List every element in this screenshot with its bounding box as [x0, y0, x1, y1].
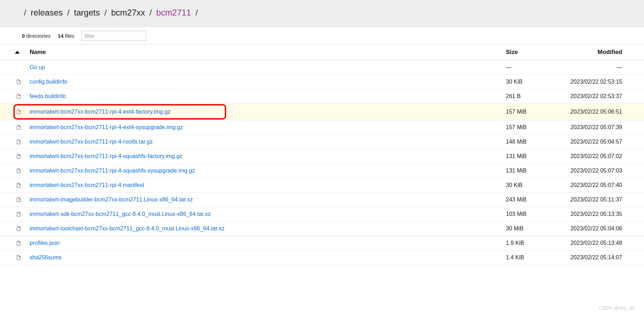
file-link[interactable]: immortalwrt-bcm27xx-bcm2711-rpi-4-rootfs…: [30, 139, 153, 145]
table-row: immortalwrt-toolchain-bcm27xx-bcm2711_gc…: [0, 222, 644, 236]
table-row: feeds.buildinfo261 B2023/02/22 02:53:37: [0, 89, 644, 104]
go-up-link[interactable]: Go up: [30, 64, 45, 70]
file-link[interactable]: profiles.json: [30, 240, 60, 246]
file-link[interactable]: immortalwrt-bcm27xx-bcm2711-rpi-4-ext4-f…: [30, 109, 171, 115]
file-modified: 2023/02/22 02:53:15: [555, 79, 622, 85]
modified-dash: —: [555, 64, 622, 71]
directory-count: 0 directories: [22, 33, 51, 39]
table-row: immortalwrt-bcm27xx-bcm2711-rpi-4-rootfs…: [0, 135, 644, 149]
file-icon: [15, 240, 23, 246]
file-link[interactable]: immortalwrt-imagebuilder-bcm27xx-bcm2711…: [30, 197, 193, 203]
table-row: immortalwrt-sdk-bcm27xx-bcm2711_gcc-8.4.…: [0, 207, 644, 222]
file-size: 243 MiB: [506, 197, 555, 203]
column-header-modified[interactable]: Modified: [555, 49, 622, 56]
file-size: 157 MiB: [506, 109, 555, 115]
file-link[interactable]: immortalwrt-bcm27xx-bcm2711-rpi-4-squash…: [30, 153, 182, 159]
table-row: immortalwrt-bcm27xx-bcm2711-rpi-4-squash…: [0, 164, 644, 178]
breadcrumb: / releases / targets / bcm27xx / bcm2711…: [0, 5, 644, 20]
file-icon: [15, 153, 23, 159]
table-row-go-up: Go up — —: [0, 60, 644, 75]
file-modified: 2023/02/22 05:06:51: [555, 109, 622, 115]
table-row: immortalwrt-bcm27xx-bcm2711-rpi-4-ext4-s…: [0, 120, 644, 135]
file-icon: [15, 211, 23, 217]
file-size: 1.9 KiB: [506, 240, 555, 246]
breadcrumb-sep: /: [24, 8, 26, 17]
table-row: immortalwrt-bcm27xx-bcm2711-rpi-4-squash…: [0, 149, 644, 164]
header-bar: / releases / targets / bcm27xx / bcm2711…: [0, 0, 644, 27]
table-row: config.buildinfo30 KiB2023/02/22 02:53:1…: [0, 75, 644, 89]
file-link[interactable]: immortalwrt-bcm27xx-bcm2711-rpi-4.manife…: [30, 182, 144, 188]
file-modified: 2023/02/22 05:07:40: [555, 182, 622, 188]
column-header-name[interactable]: Name: [30, 49, 506, 56]
file-icon: [15, 93, 23, 99]
breadcrumb-link-targets[interactable]: targets: [74, 8, 100, 17]
file-modified: 2023/02/22 05:13:48: [555, 240, 622, 246]
breadcrumb-sep: /: [196, 8, 198, 17]
table-row: immortalwrt-imagebuilder-bcm27xx-bcm2711…: [0, 193, 644, 207]
file-modified: 2023/02/22 05:04:57: [555, 139, 622, 145]
breadcrumb-sep: /: [67, 8, 70, 17]
file-link[interactable]: immortalwrt-sdk-bcm27xx-bcm2711_gcc-8.4.…: [30, 211, 211, 217]
breadcrumb-link-bcm2711[interactable]: bcm2711: [156, 8, 191, 17]
file-modified: 2023/02/22 05:07:03: [555, 168, 622, 174]
file-link[interactable]: sha256sums: [30, 254, 62, 260]
file-size: 131 MiB: [506, 153, 555, 159]
file-icon: [15, 139, 23, 145]
breadcrumb-link-releases[interactable]: releases: [31, 8, 63, 17]
breadcrumb-link-bcm27xx[interactable]: bcm27xx: [111, 8, 145, 17]
svg-marker-0: [15, 51, 20, 54]
file-icon: [15, 79, 23, 85]
table-header-row: Name Size Modified: [0, 44, 644, 60]
file-icon: [15, 109, 23, 115]
file-size: 103 MiB: [506, 211, 555, 217]
file-size: 1.4 KiB: [506, 254, 555, 261]
file-size: 131 MiB: [506, 168, 555, 174]
file-icon: [15, 255, 23, 260]
breadcrumb-sep: /: [104, 8, 107, 17]
file-size: 30 KiB: [506, 79, 555, 85]
file-size: 261 B: [506, 93, 555, 99]
table-row: immortalwrt-bcm27xx-bcm2711-rpi-4.manife…: [0, 178, 644, 193]
file-icon: [15, 168, 23, 174]
stats-bar: 0 directories 14 files: [0, 27, 644, 44]
file-icon: [15, 197, 23, 203]
file-modified: 2023/02/22 05:13:35: [555, 211, 622, 217]
size-dash: —: [506, 64, 555, 71]
file-icon: [15, 182, 23, 188]
table-row: sha256sums1.4 KiB2023/02/22 05:14:07: [0, 250, 644, 265]
file-modified: 2023/02/22 05:07:02: [555, 153, 622, 159]
file-modified: 2023/02/22 05:07:39: [555, 124, 622, 131]
filter-input[interactable]: [81, 31, 146, 41]
table-row: immortalwrt-bcm27xx-bcm2711-rpi-4-ext4-f…: [0, 104, 644, 120]
file-link[interactable]: config.buildinfo: [30, 79, 67, 85]
file-size: 148 MiB: [506, 139, 555, 145]
file-size: 30 MiB: [506, 225, 555, 232]
sort-asc-icon[interactable]: [15, 50, 30, 55]
file-link[interactable]: immortalwrt-toolchain-bcm27xx-bcm2711_gc…: [30, 225, 224, 231]
file-modified: 2023/02/22 05:04:06: [555, 225, 622, 232]
file-icon: [15, 226, 23, 231]
file-icon: [15, 125, 23, 130]
file-modified: 2023/02/22 05:14:07: [555, 254, 622, 261]
file-modified: 2023/02/22 05:11:37: [555, 197, 622, 203]
file-table: Name Size Modified Go up — — config.buil…: [0, 44, 644, 265]
file-link[interactable]: immortalwrt-bcm27xx-bcm2711-rpi-4-ext4-s…: [30, 124, 183, 130]
file-modified: 2023/02/22 02:53:37: [555, 93, 622, 99]
file-link[interactable]: feeds.buildinfo: [30, 93, 66, 99]
file-link[interactable]: immortalwrt-bcm27xx-bcm2711-rpi-4-squash…: [30, 168, 195, 174]
column-header-size[interactable]: Size: [506, 49, 555, 56]
table-row: profiles.json1.9 KiB2023/02/22 05:13:48: [0, 236, 644, 250]
file-count: 14 files: [58, 33, 75, 39]
file-size: 157 MiB: [506, 124, 555, 131]
breadcrumb-sep: /: [149, 8, 152, 17]
file-size: 30 KiB: [506, 182, 555, 188]
